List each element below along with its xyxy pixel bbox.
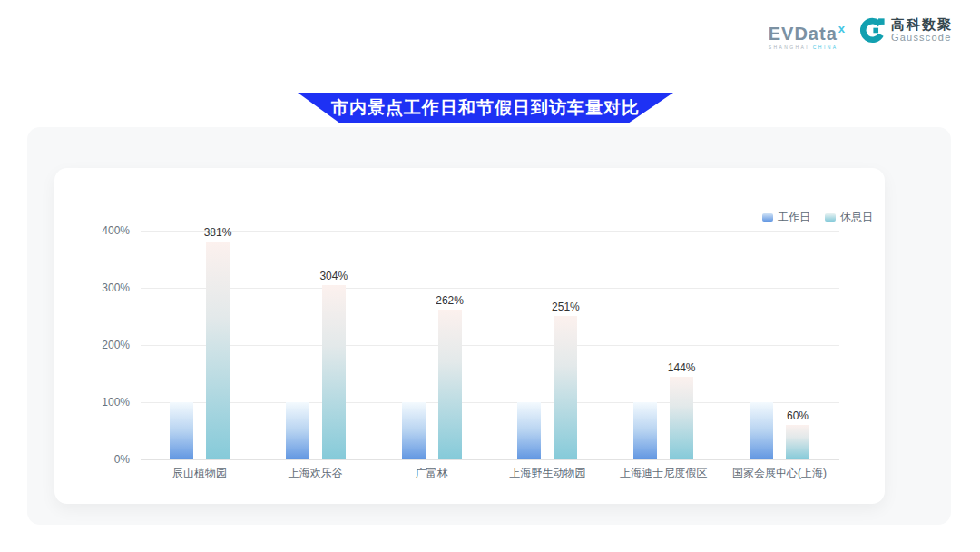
- legend-label: 工作日: [778, 210, 810, 225]
- chart-panel: 0%100%200%300%400%381%辰山植物园304%上海欢乐谷262%…: [27, 127, 951, 525]
- page-title: 市内景点工作日和节假日到访车量对比: [331, 96, 640, 120]
- legend-item-工作日[interactable]: 工作日: [762, 210, 810, 225]
- gausscode-logo: 高科数聚 Gausscode: [858, 16, 953, 44]
- chart-legend: 工作日休息日: [762, 210, 873, 225]
- gridline-100%: [141, 402, 839, 403]
- legend-swatch-icon: [825, 213, 836, 222]
- title-banner: 市内景点工作日和节假日到访车量对比: [298, 93, 673, 123]
- y-axis-tick: 100%: [75, 397, 130, 408]
- y-axis-tick: 300%: [75, 282, 130, 293]
- bar-value-label: 381%: [186, 226, 250, 239]
- evdata-text: EVData: [769, 24, 838, 44]
- bar-休息日-上海欢乐谷: [322, 285, 346, 459]
- bar-休息日-上海迪士尼度假区: [670, 377, 693, 459]
- y-axis-tick: 400%: [75, 225, 130, 236]
- bar-休息日-辰山植物园: [206, 242, 230, 459]
- legend-swatch-icon: [762, 213, 773, 222]
- y-axis-tick: 0%: [75, 454, 130, 465]
- header-logos: EVDatax SHANGHAI CHINA 高科数聚 Gausscode: [769, 16, 953, 50]
- bar-value-label: 304%: [302, 270, 366, 282]
- y-axis-tick: 200%: [75, 340, 130, 350]
- bar-value-label: 251%: [534, 301, 597, 313]
- evdata-logo: EVDatax SHANGHAI CHINA: [769, 16, 846, 50]
- gausscode-g-icon: [858, 16, 886, 44]
- bar-工作日-上海野生动物园: [517, 402, 541, 459]
- bar-休息日-上海野生动物园: [554, 316, 577, 459]
- gausscode-en-name: Gausscode: [891, 32, 953, 44]
- gausscode-cn-name: 高科数聚: [891, 16, 953, 32]
- gausscode-text: 高科数聚 Gausscode: [891, 16, 953, 44]
- evdata-tagline: SHANGHAI CHINA: [769, 44, 838, 50]
- bar-value-label: 144%: [650, 361, 713, 374]
- bar-value-label: 262%: [418, 294, 482, 307]
- x-axis-category-label: 国家会展中心(上海): [711, 467, 848, 479]
- bar-工作日-上海迪士尼度假区: [633, 402, 657, 459]
- legend-item-休息日[interactable]: 休息日: [825, 210, 873, 225]
- gridline-0%: [141, 459, 839, 460]
- bar-工作日-广富林: [402, 402, 426, 459]
- bar-chart: 0%100%200%300%400%381%辰山植物园304%上海欢乐谷262%…: [54, 168, 885, 504]
- evdata-x-icon: x: [838, 22, 846, 35]
- chart-card: 0%100%200%300%400%381%辰山植物园304%上海欢乐谷262%…: [54, 168, 885, 504]
- page: EVDatax SHANGHAI CHINA 高科数聚 Gausscode 市内…: [0, 0, 980, 552]
- legend-label: 休息日: [840, 210, 873, 225]
- bar-工作日-上海欢乐谷: [286, 402, 309, 459]
- bar-休息日-广富林: [438, 310, 462, 459]
- bar-value-label: 60%: [766, 409, 829, 422]
- evdata-wordmark: EVDatax: [769, 20, 846, 43]
- gridline-200%: [141, 345, 839, 346]
- bar-休息日-国家会展中心(上海): [786, 425, 809, 459]
- bar-工作日-辰山植物园: [170, 402, 193, 459]
- gridline-300%: [141, 288, 839, 289]
